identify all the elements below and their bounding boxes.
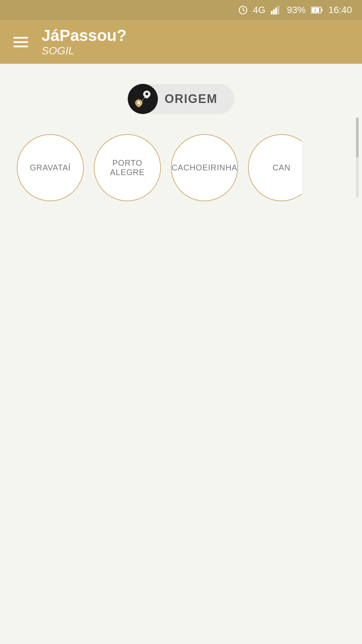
time-display: 16:40 [328,5,352,15]
svg-rect-4 [278,6,279,15]
svg-rect-3 [275,7,277,14]
app-header: JáPassou? SOGIL [0,20,362,64]
clock-icon [238,5,248,15]
svg-rect-1 [271,11,273,15]
status-bar: 4G 93% 16:40 [0,0,362,20]
svg-point-9 [137,101,140,104]
city-gravataí-label: GRAVATAÍ [26,163,74,172]
scroll-indicator [356,117,359,198]
battery-percentage: 93% [287,5,306,15]
signal-icon [271,5,282,15]
hamburger-line-3 [13,46,28,47]
status-bar-content: 4G 93% 16:40 [238,5,352,15]
svg-rect-2 [273,9,275,14]
cities-row: GRAVATAÍ PORTO ALEGRE CACHOEIRINHA CAN [13,134,349,201]
svg-rect-6 [321,9,322,11]
main-content: ORIGEM GRAVATAÍ PORTO ALEGRE CACHOEIRINH… [0,64,362,215]
origem-label: ORIGEM [165,92,218,106]
scroll-thumb [356,117,359,158]
city-cachoeirinha-label: CACHOEIRINHA [168,163,241,172]
app-title: JáPassou? [42,27,126,45]
city-gravataí[interactable]: GRAVATAÍ [17,134,84,201]
origem-icon-circle [128,84,158,114]
app-subtitle: SOGIL [42,45,126,57]
origem-container: ORIGEM [13,84,349,114]
hamburger-line-2 [13,41,28,43]
header-title-group: JáPassou? SOGIL [42,27,126,57]
svg-point-10 [145,93,148,95]
city-porto-alegre[interactable]: PORTO ALEGRE [94,134,161,201]
hamburger-line-1 [13,37,28,39]
route-icon [134,90,152,108]
city-canoas-label: CAN [269,163,294,172]
city-cachoeirinha[interactable]: CACHOEIRINHA [171,134,238,201]
network-label: 4G [253,5,265,15]
menu-button[interactable] [13,37,28,47]
origem-button[interactable]: ORIGEM [128,84,234,114]
city-canoas[interactable]: CAN [248,134,315,201]
city-porto-alegre-label: PORTO ALEGRE [95,158,160,177]
battery-icon [311,6,323,14]
